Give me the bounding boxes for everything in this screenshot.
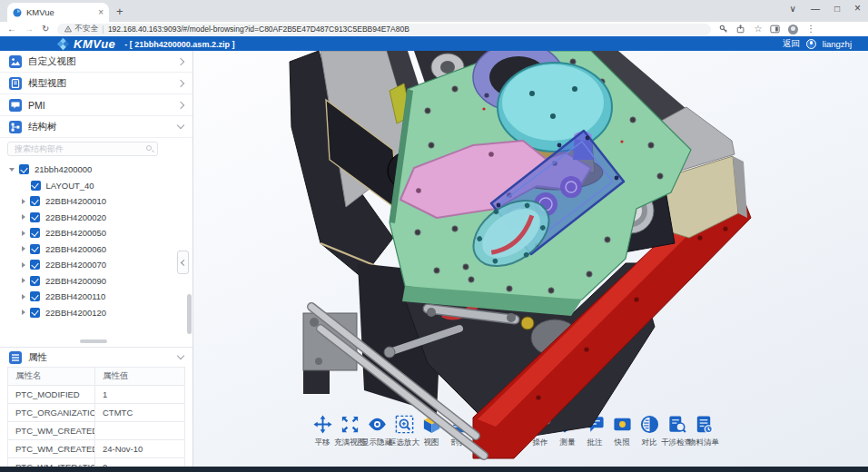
tree-row-root[interactable]: 21bbh4200000 [0,162,186,178]
properties-panel-header[interactable]: 属性 [0,348,192,367]
url-box[interactable]: 不安全 192.168.40.163:9093/#/model-browsing… [57,24,711,35]
url-text[interactable]: 192.168.40.163:9093/#/model-browsing?id=… [108,25,409,34]
browser-address-bar: ← → ↻ 不安全 192.168.40.163:9093/#/model-br… [0,22,868,36]
tool-fit-view[interactable]: 充满视图 [337,414,362,448]
sidebar-collapse-handle[interactable] [177,251,189,274]
chevron-down-icon [177,122,184,129]
settings-gear-icon [503,414,524,435]
tool-settings[interactable]: 设置 [500,414,526,448]
properties-icon [9,351,22,364]
forward-icon[interactable]: → [25,25,34,34]
tree-row[interactable]: 22BBH4200120 [0,305,186,321]
expand-right-icon[interactable] [22,278,25,283]
structure-tree: 21bbh4200000 LAYOUT_40 22BBH4200010 22BB… [0,162,186,339]
tool-snapshot[interactable]: 快照 [609,414,635,448]
sidebar-panel-structure-tree[interactable]: 结构树 [0,116,192,138]
share-icon[interactable] [736,25,745,34]
model-viewport[interactable]: 平移 充满视图 显示隐藏 框选放大 视图 剖切 拖动 设置 [193,51,868,472]
reload-icon[interactable]: ↻ [42,25,49,34]
checkbox-checked[interactable] [30,308,40,318]
expand-down-icon[interactable] [9,168,15,172]
checkbox-checked[interactable] [30,244,40,254]
tool-pan[interactable]: 平移 [310,414,335,448]
tool-interference-check[interactable]: 干涉检查 [664,414,689,448]
expand-right-icon[interactable] [22,294,25,300]
expand-right-icon[interactable] [22,231,25,236]
model-views-icon [9,77,22,90]
tool-compare[interactable]: 对比 [636,414,662,448]
expand-right-icon[interactable] [22,246,25,251]
username[interactable]: liangzhj [823,39,852,49]
back-link[interactable]: 返回 [783,38,800,50]
split-screen-icon[interactable] [770,25,780,34]
sidebar: 自定义视图 模型视图 PMI 结构树 21bbh4200000 LAYOUT_4… [0,51,193,467]
tool-show-hide[interactable]: 显示隐藏 [364,414,390,448]
model-pink-plate [400,141,591,218]
tool-view-cube[interactable]: 视图 [419,414,444,448]
model-file-title: - [ 21bbh4200000.asm.2.zip ] [124,40,234,49]
browser-menu-icon[interactable]: ⋮ [806,25,815,34]
sidebar-panel-pmi[interactable]: PMI [0,94,192,116]
expand-right-icon[interactable] [22,199,25,204]
model-coupling [388,116,472,191]
tree-row[interactable]: 22BBH4200050 [0,225,186,241]
tab-title: KMVue [26,7,94,17]
expand-right-icon[interactable] [22,214,25,220]
tool-drag[interactable]: 拖动 [473,414,498,448]
checkbox-checked[interactable] [30,291,40,301]
user-avatar[interactable] [806,39,816,49]
checkbox-checked[interactable] [30,228,40,238]
back-icon[interactable]: ← [7,25,16,34]
tree-row[interactable]: 22BBH4200110 [0,289,186,305]
tool-bom[interactable]: 物料清单 [691,414,716,448]
checkbox-checked[interactable] [30,276,40,286]
security-chip[interactable]: 不安全 [64,24,98,34]
browser-tab[interactable]: KMVue × [7,3,109,22]
checkbox-checked[interactable] [31,181,41,191]
vertical-scrollbar[interactable] [187,294,192,334]
sidebar-panel-model-views[interactable]: 模型视图 [0,73,192,94]
tool-measure[interactable]: 测量 [555,414,580,448]
tree-row[interactable]: LAYOUT_40 [0,178,186,194]
expand-right-icon[interactable] [22,262,25,268]
key-icon[interactable] [719,25,728,34]
tool-operate[interactable]: 操作 [528,414,553,448]
model-teal-window [460,186,562,281]
tool-annotate[interactable]: 批注 [582,414,607,448]
model-blue-cover [491,131,624,254]
model-canvas [193,51,868,472]
tab-close-icon[interactable]: × [98,7,104,17]
properties-table: 属性名 属性值 PTC_MODIFIED1 PTC_ORGANIZATIO...… [7,367,185,472]
new-tab-button[interactable]: + [116,5,123,18]
tree-row[interactable]: 22BBH4200010 [0,193,186,210]
app-header: KMVue - [ 21bbh4200000.asm.2.zip ] 返回 li… [0,36,868,51]
checkbox-checked[interactable] [30,260,40,270]
tree-row[interactable]: 22BBH4200060 [0,241,186,258]
annotate-bubble-icon [585,414,606,435]
tree-row[interactable]: 22BBH4200070 [0,257,186,273]
section-cut-icon [449,414,469,435]
window-maximize-icon[interactable]: □ [834,4,840,14]
tree-row[interactable]: 22BBH4200090 [0,273,186,290]
sidebar-panel-custom-views[interactable]: 自定义视图 [0,51,192,73]
tool-section[interactable]: 剖切 [446,414,471,448]
operate-icon [530,414,551,435]
tab-search-icon[interactable]: ∨ [790,4,796,14]
tree-row[interactable]: 22BBH4200020 [0,210,186,226]
window-minimize-icon[interactable]: — [811,4,820,14]
tool-box-zoom[interactable]: 框选放大 [391,414,417,448]
model-right-assembly [581,107,747,256]
bookmark-star-icon[interactable]: ☆ [754,25,762,34]
window-close-icon[interactable]: × [854,2,861,15]
checkbox-checked[interactable] [30,212,40,222]
view-cube-icon [421,414,442,435]
snapshot-icon [612,414,633,435]
property-row: PTC_WM_CREATED_...24-Nov-10 [8,440,184,458]
profile-avatar-icon[interactable] [788,25,798,34]
horizontal-scrollbar[interactable] [80,339,107,343]
app-logo-text: KMVue [74,37,115,51]
checkbox-checked[interactable] [30,196,40,206]
search-input[interactable] [7,142,158,156]
checkbox-checked[interactable] [19,164,29,174]
expand-right-icon[interactable] [22,310,25,315]
